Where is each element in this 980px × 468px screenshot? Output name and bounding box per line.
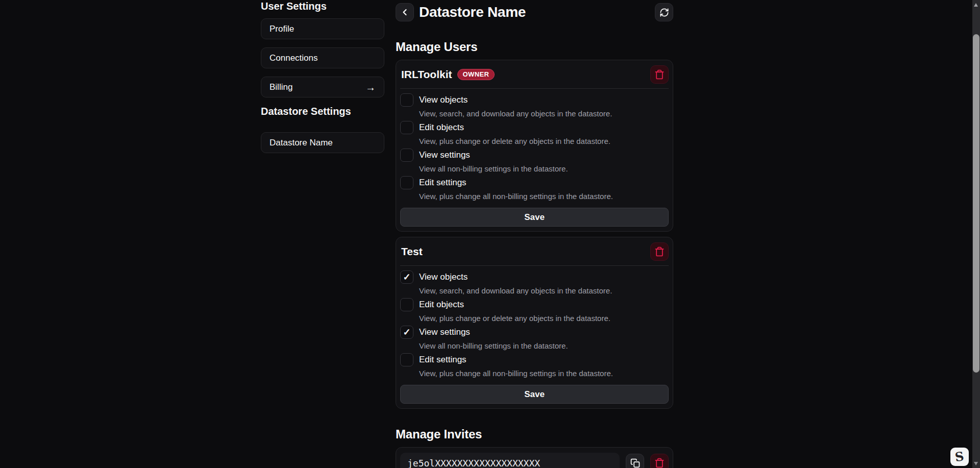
sidebar-item-profile[interactable]: Profile (261, 18, 384, 39)
trash-icon (654, 247, 665, 257)
main-content: Datastore Name Manage Users IRLToolkit O… (396, 0, 673, 468)
permission-description: View, plus change all non-billing settin… (419, 192, 669, 201)
permission-row-view-objects: ✓ View objects View, search, and downloa… (400, 270, 669, 295)
back-button[interactable] (396, 3, 414, 21)
user-card-irltoolkit: IRLToolkit OWNER View objects View, sear… (396, 60, 673, 232)
permission-description: View all non-billing settings in the dat… (419, 341, 669, 351)
page-layout: User Settings Profile Connections Billin… (0, 0, 980, 468)
save-button[interactable]: Save (400, 385, 669, 404)
refresh-button[interactable] (655, 3, 673, 21)
edit-objects-checkbox[interactable] (400, 121, 413, 134)
permission-description: View, search, and download any objects i… (419, 286, 669, 295)
trash-icon (654, 458, 665, 468)
permission-row-edit-objects: Edit objects View, plus change or delete… (400, 121, 669, 146)
scrollbar-thumb[interactable] (973, 34, 979, 373)
permission-row-edit-settings: Edit settings View, plus change all non-… (400, 353, 669, 378)
logo-glyph: S (954, 450, 965, 463)
permission-label: View objects (419, 272, 468, 282)
view-objects-checkbox[interactable]: ✓ (400, 270, 413, 284)
permission-label: View settings (419, 327, 470, 337)
user-card-test: Test ✓ View objects View, search, and do… (396, 237, 673, 409)
user-card-header: IRLToolkit OWNER (400, 65, 669, 84)
sidebar-heading-datastore-settings: Datastore Settings (261, 106, 384, 117)
permission-label: View objects (419, 95, 468, 105)
delete-invite-button[interactable] (650, 454, 669, 468)
copy-icon (630, 458, 640, 468)
permission-description: View all non-billing settings in the dat… (419, 164, 669, 174)
permission-row-view-objects: View objects View, search, and download … (400, 93, 669, 118)
permission-row-edit-settings: Edit settings View, plus change all non-… (400, 176, 669, 201)
page-header: Datastore Name (396, 3, 673, 21)
permission-row-view-settings: View settings View all non-billing setti… (400, 149, 669, 174)
edit-settings-checkbox[interactable] (400, 353, 413, 366)
view-objects-checkbox[interactable] (400, 93, 413, 107)
permission-label: Edit objects (419, 300, 464, 310)
sidebar-heading-user-settings: User Settings (261, 1, 384, 12)
arrow-right-icon: → (365, 82, 376, 92)
trash-icon (654, 69, 665, 80)
sidebar-item-connections[interactable]: Connections (261, 47, 384, 68)
owner-badge: OWNER (457, 69, 495, 80)
scrollbar-down-arrow-icon[interactable] (974, 462, 978, 465)
copy-invite-button[interactable] (626, 454, 644, 468)
invite-card: je5olXXXXXXXXXXXXXXXXXXX (396, 447, 673, 468)
app-logo-icon[interactable]: S (950, 448, 969, 466)
permission-description: View, plus change or delete any objects … (419, 137, 669, 146)
vertical-scrollbar[interactable] (972, 0, 980, 468)
view-settings-checkbox[interactable]: ✓ (400, 326, 413, 339)
permission-label: Edit settings (419, 355, 467, 365)
permission-row-edit-objects: Edit objects View, plus change or delete… (400, 298, 669, 323)
settings-sidebar: User Settings Profile Connections Billin… (261, 0, 384, 161)
sidebar-item-label: Connections (270, 53, 318, 63)
invite-code-field[interactable]: je5olXXXXXXXXXXXXXXXXXXX (400, 453, 620, 468)
chevron-left-icon (400, 7, 410, 17)
permission-label: Edit objects (419, 122, 464, 133)
page-title: Datastore Name (419, 4, 650, 20)
permission-label: View settings (419, 150, 470, 160)
sidebar-item-datastore-name[interactable]: Datastore Name (261, 132, 384, 153)
edit-settings-checkbox[interactable] (400, 176, 413, 189)
save-button[interactable]: Save (400, 208, 669, 227)
user-name: IRLToolkit (401, 68, 452, 81)
invite-row: je5olXXXXXXXXXXXXXXXXXXX (400, 453, 669, 468)
sidebar-item-billing[interactable]: Billing → (261, 77, 384, 97)
permission-description: View, plus change all non-billing settin… (419, 369, 669, 378)
delete-user-button[interactable] (650, 242, 669, 261)
permission-description: View, plus change or delete any objects … (419, 314, 669, 323)
view-settings-checkbox[interactable] (400, 149, 413, 162)
sidebar-item-label: Profile (270, 24, 294, 34)
divider (400, 88, 669, 89)
delete-user-button[interactable] (650, 65, 669, 84)
manage-users-heading: Manage Users (396, 40, 673, 54)
permission-description: View, search, and download any objects i… (419, 109, 669, 118)
refresh-icon (659, 8, 669, 17)
permission-label: Edit settings (419, 178, 467, 188)
sidebar-item-label: Billing (270, 82, 292, 92)
manage-invites-heading: Manage Invites (396, 427, 673, 441)
sidebar-item-label: Datastore Name (270, 138, 333, 148)
edit-objects-checkbox[interactable] (400, 298, 413, 311)
scrollbar-up-arrow-icon[interactable] (974, 3, 978, 7)
user-card-header: Test (400, 242, 669, 261)
divider (400, 265, 669, 266)
user-name: Test (401, 245, 423, 258)
permission-row-view-settings: ✓ View settings View all non-billing set… (400, 326, 669, 351)
